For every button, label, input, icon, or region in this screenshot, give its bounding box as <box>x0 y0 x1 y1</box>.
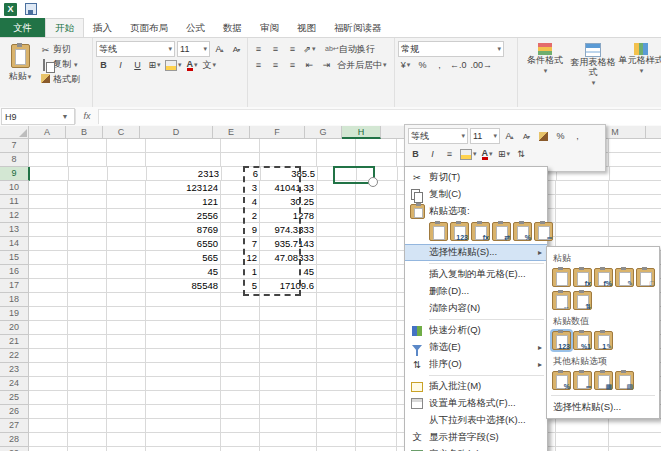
cell-A7[interactable] <box>29 139 68 153</box>
cell-E26[interactable] <box>221 405 260 419</box>
row-header-25[interactable]: 25 <box>0 391 29 405</box>
cell-E14[interactable]: 7 <box>221 237 260 251</box>
cell-B11[interactable] <box>68 195 107 209</box>
menu-item-delete[interactable]: 删除(D)... <box>405 283 547 300</box>
cell-C25[interactable] <box>107 391 146 405</box>
mini-borders-button[interactable]: ⊞▾ <box>497 147 512 162</box>
menu-item-show-phonetic[interactable]: 文 显示拼音字段(S) <box>405 429 547 446</box>
cell-C20[interactable] <box>107 321 146 335</box>
cell-A17[interactable] <box>29 279 68 293</box>
column-header-F[interactable]: F <box>250 126 305 139</box>
cell-A10[interactable] <box>29 181 68 195</box>
row-header-19[interactable]: 19 <box>0 307 29 321</box>
cell-A22[interactable] <box>29 349 68 363</box>
cell-D15[interactable]: 565 <box>146 251 221 265</box>
row-header-20[interactable]: 20 <box>0 321 29 335</box>
submenu-paste-1-icon[interactable]: fx <box>573 268 592 287</box>
cell-C29[interactable] <box>107 447 146 451</box>
cell-F9[interactable]: 385.5 <box>261 167 318 181</box>
cell-F19[interactable] <box>260 307 317 321</box>
cell-D29[interactable] <box>146 447 221 451</box>
cell-H21[interactable] <box>356 335 397 349</box>
cell-D18[interactable] <box>146 293 221 307</box>
cell-G18[interactable] <box>317 293 356 307</box>
cell-E21[interactable] <box>221 335 260 349</box>
column-header-D[interactable]: D <box>140 126 213 139</box>
cell-F25[interactable] <box>260 391 317 405</box>
cell-G24[interactable] <box>317 377 356 391</box>
cell-C9[interactable] <box>108 167 147 181</box>
cell-H29[interactable] <box>356 447 397 451</box>
cell-B19[interactable] <box>68 307 107 321</box>
cell-F13[interactable]: 974.3333 <box>260 223 317 237</box>
cell-F17[interactable]: 17109.6 <box>260 279 317 293</box>
cell-M10[interactable] <box>609 181 661 195</box>
accounting-format-button[interactable]: ¥▾ <box>398 58 413 72</box>
cell-E28[interactable] <box>221 433 260 447</box>
cell-G26[interactable] <box>317 405 356 419</box>
cell-E8[interactable] <box>221 153 260 167</box>
cell-F14[interactable]: 935.7143 <box>260 237 317 251</box>
tab-home[interactable]: 开始 <box>45 18 84 37</box>
cell-B20[interactable] <box>68 321 107 335</box>
shrink-font-button[interactable]: A▾ <box>229 42 244 56</box>
submenu-paste-3-icon[interactable]: ✎ <box>615 268 634 287</box>
cell-D26[interactable] <box>146 405 221 419</box>
cell-M9[interactable] <box>610 167 661 181</box>
submenu-other-paste-0-icon[interactable]: % <box>552 371 571 390</box>
row-header-8[interactable]: 8 <box>0 153 29 167</box>
cell-G12[interactable] <box>317 209 356 223</box>
cell-C7[interactable] <box>107 139 146 153</box>
cell-B26[interactable] <box>68 405 107 419</box>
row-header-28[interactable]: 28 <box>0 433 29 447</box>
row-header-15[interactable]: 15 <box>0 251 29 265</box>
column-header-N[interactable]: N <box>646 126 661 139</box>
cell-D25[interactable] <box>146 391 221 405</box>
menu-item-cut[interactable]: ✂ 剪切(T) <box>405 169 547 186</box>
menu-item-sort[interactable]: ⇅ 排序(O) ▸ <box>405 356 547 373</box>
cell-G29[interactable] <box>317 447 356 451</box>
row-header-27[interactable]: 27 <box>0 419 29 433</box>
cell-styles-button[interactable]: 单元格样式 ▾ <box>617 41 661 110</box>
tab-insert[interactable]: 插入 <box>84 18 121 37</box>
row-header-23[interactable]: 23 <box>0 363 29 377</box>
cell-M7[interactable] <box>609 139 661 153</box>
mini-percent-button[interactable]: % <box>553 129 568 144</box>
cell-H28[interactable] <box>356 433 397 447</box>
cell-F20[interactable] <box>260 321 317 335</box>
row-header-12[interactable]: 12 <box>0 209 29 223</box>
tab-formulas[interactable]: 公式 <box>177 18 214 37</box>
cell-F10[interactable]: 41041.33 <box>260 181 317 195</box>
cell-B12[interactable] <box>68 209 107 223</box>
submenu-paste-values-1-icon[interactable]: %1 <box>573 331 592 350</box>
row-header-7[interactable]: 7 <box>0 139 29 153</box>
cell-G17[interactable] <box>317 279 356 293</box>
cell-E13[interactable]: 9 <box>221 223 260 237</box>
cell-E17[interactable]: 5 <box>221 279 260 293</box>
formula-input[interactable] <box>99 109 661 125</box>
cell-A23[interactable] <box>29 363 68 377</box>
cell-M29[interactable] <box>609 447 661 451</box>
orientation-button[interactable]: ⇗▾ <box>302 42 317 56</box>
cell-A25[interactable] <box>29 391 68 405</box>
cell-H16[interactable] <box>356 265 397 279</box>
cell-B8[interactable] <box>68 153 107 167</box>
cell-A8[interactable] <box>29 153 68 167</box>
mini-center-button[interactable]: ≡ <box>442 147 457 162</box>
row-header-16[interactable]: 16 <box>0 265 29 279</box>
cell-H8[interactable] <box>356 153 397 167</box>
cell-L10[interactable] <box>556 181 609 195</box>
cell-C13[interactable] <box>107 223 146 237</box>
mini-sort-button[interactable]: ⇅ <box>514 147 529 162</box>
cell-F24[interactable] <box>260 377 317 391</box>
submenu-other-paste-3-icon[interactable]: ▤ <box>615 371 634 390</box>
cell-D9[interactable]: 2313 <box>147 167 222 181</box>
cut-button[interactable]: ✂剪切 <box>40 43 80 56</box>
cell-C16[interactable] <box>107 265 146 279</box>
italic-button[interactable]: I <box>113 58 128 72</box>
cell-G25[interactable] <box>317 391 356 405</box>
cell-B21[interactable] <box>68 335 107 349</box>
align-middle-button[interactable]: ≡ <box>268 42 283 56</box>
row-header-26[interactable]: 26 <box>0 405 29 419</box>
cell-F27[interactable] <box>260 419 317 433</box>
